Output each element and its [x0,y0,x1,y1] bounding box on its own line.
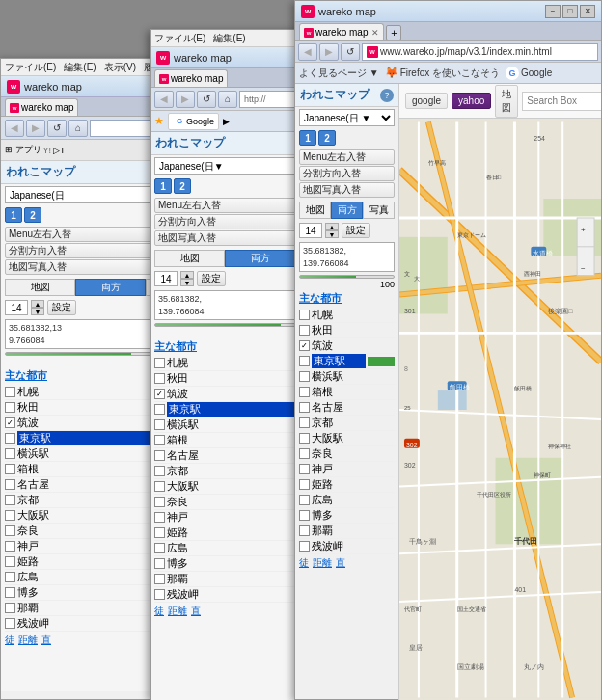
section3-mid[interactable]: 距離 [168,605,187,618]
city-cb-hakata-back[interactable] [5,587,15,598]
city-cb-osaka-front[interactable] [299,433,310,444]
city-kobe-front[interactable]: 神戸 [299,462,395,477]
city-cb-himeji-back[interactable] [5,556,15,567]
city-hakata-front[interactable]: 博多 [299,508,395,524]
tab-wareko-mid[interactable]: w wareko map [154,69,228,87]
city-cb-hakone-mid[interactable] [154,435,165,445]
map-type-chizu-front[interactable]: 地図 [299,202,331,219]
nav-forward-front[interactable]: ▶ [319,43,339,61]
tab-new-btn[interactable]: + [386,25,401,40]
city-cb-kyoto-back[interactable] [5,495,15,505]
map-image-front[interactable]: 254 301 後楽園□ 東京ドーム 飯田橋 25 302 千代田区役所 西神田… [399,119,601,700]
city-cb-hakata-front[interactable] [299,510,310,521]
city-cb-kobe-back[interactable] [5,541,15,552]
zoom-up-mid[interactable]: ▲ [180,271,194,279]
city-nagoya-front[interactable]: 名古屋 [299,400,395,416]
map-type-photo-front[interactable]: 写真 [363,202,395,219]
city-cb-akita-back[interactable] [5,402,15,413]
city-cb-nara-back[interactable] [5,525,15,536]
city-cb-yokohama-back[interactable] [5,448,15,459]
map-type-both-mid[interactable]: 両方 [225,250,295,267]
section2-front[interactable]: 徒 [299,556,309,570]
section4-back[interactable]: 直 [41,633,51,647]
num-btn-1-back[interactable]: 1 [5,207,22,223]
zoom-set-front[interactable]: 設定 [342,223,370,238]
city-cb-zanzan-front[interactable] [299,541,310,552]
tab-wareko-back[interactable]: w wareko map [5,98,78,116]
city-cb-tsukuba-front[interactable]: ✓ [299,340,310,351]
city-cb-tokyo-front[interactable] [299,356,310,366]
nav-back-front[interactable]: ◀ [298,43,317,61]
city-tsukuba-front[interactable]: ✓ 筑波 [299,338,395,354]
city-cb-sapporo-back[interactable] [5,387,15,397]
slider-bar-front[interactable] [299,275,395,279]
num-btn-1-mid[interactable]: 1 [154,178,172,194]
toolbar-more[interactable]: ▷T [53,146,66,155]
city-cb-akita-mid[interactable] [154,373,165,384]
city-sapporo-front[interactable]: 札幌 [299,308,395,323]
bk-item-1[interactable]: よく見るページ ▼ [299,67,379,80]
city-cb-naha-front[interactable] [299,525,310,536]
zoom-up-back[interactable]: ▲ [31,300,44,308]
section3-front[interactable]: 距離 [313,556,332,570]
map-area-front[interactable]: google yahoo 地図 [399,84,601,700]
city-cb-nagoya-mid[interactable] [154,450,165,461]
nav-reload-btn-mid[interactable]: ↺ [197,91,216,108]
menu-btn-2-front[interactable]: 分割方向入替 [299,166,395,181]
chizu-search-btn[interactable]: 地図 [495,85,518,118]
nav-back-btn[interactable]: ◀ [5,120,24,137]
city-cb-nara-mid[interactable] [154,497,165,507]
zoom-down-front[interactable]: ▼ [325,230,339,238]
city-cb-osaka-back[interactable] [5,510,15,521]
num-btn-2-back[interactable]: 2 [24,207,41,223]
menu-btn-1-front[interactable]: Menu左右入替 [299,149,395,165]
map-type-chizu-back[interactable]: 地図 [5,279,75,296]
nav-home-btn-mid[interactable]: ⌂ [218,91,237,108]
city-cb-kobe-mid[interactable] [154,512,165,523]
search-input-front[interactable] [522,92,601,111]
city-cb-hiroshima-front[interactable] [299,495,310,505]
nav-home-btn[interactable]: ⌂ [68,120,88,137]
zoom-down-back[interactable]: ▼ [31,308,44,315]
menu-edit-back[interactable]: 編集(E) [64,61,96,74]
city-cb-tokyo-back[interactable] [5,433,15,444]
win-close-btn[interactable]: ✕ [580,5,595,18]
section3-back[interactable]: 距離 [18,633,38,647]
city-zanzan-front[interactable]: 残波岬 [299,539,395,554]
city-cb-himeji-front[interactable] [299,479,310,490]
yahoo-search-btn[interactable]: yahoo [452,93,491,109]
num-btn-2-front[interactable]: 2 [318,130,336,146]
map-type-both-back[interactable]: 両方 [75,279,146,296]
nav-reload-front[interactable]: ↺ [341,43,360,61]
city-cb-sapporo-front[interactable] [299,310,310,320]
win-min-btn[interactable]: − [545,5,561,18]
city-cb-nagoya-back[interactable] [5,479,15,490]
city-cb-akita-front[interactable] [299,325,310,336]
section4-mid[interactable]: 直 [191,605,201,618]
city-kyoto-front[interactable]: 京都 [299,416,395,431]
city-akita-front[interactable]: 秋田 [299,323,395,338]
zoom-up-front[interactable]: ▲ [325,223,339,230]
city-yokohama-front[interactable]: 横浜駅 [299,369,395,385]
city-tokyo-front[interactable]: 東京駅 [299,354,395,369]
city-cb-hiroshima-back[interactable] [5,572,15,582]
section2-mid[interactable]: 徒 [154,605,164,618]
city-cb-hakone-front[interactable] [299,387,310,397]
zoom-set-back[interactable]: 設定 [47,300,76,315]
menu-file-mid[interactable]: ファイル(E) [154,32,205,45]
google-search-btn[interactable]: google [405,93,448,109]
city-nara-front[interactable]: 奈良 [299,446,395,462]
toolbar-yahoo[interactable]: Y! [43,146,52,155]
nav-forward-btn-mid[interactable]: ▶ [176,91,195,108]
tab-wareko-front[interactable]: w wareko map ✕ [299,23,384,40]
city-cb-yokohama-mid[interactable] [154,419,165,430]
map-type-both-front[interactable]: 両方 [331,202,363,219]
nav-back-btn-mid[interactable]: ◀ [154,91,174,108]
city-cb-nagoya-front[interactable] [299,402,310,413]
nav-forward-btn[interactable]: ▶ [26,120,45,137]
menu-btn-3-front[interactable]: 地図写真入替 [299,182,395,198]
city-cb-tsukuba-back[interactable]: ✓ [5,417,15,428]
city-cb-naha-mid[interactable] [154,574,165,584]
city-cb-kyoto-front[interactable] [299,417,310,428]
city-cb-hakata-mid[interactable] [154,558,165,569]
